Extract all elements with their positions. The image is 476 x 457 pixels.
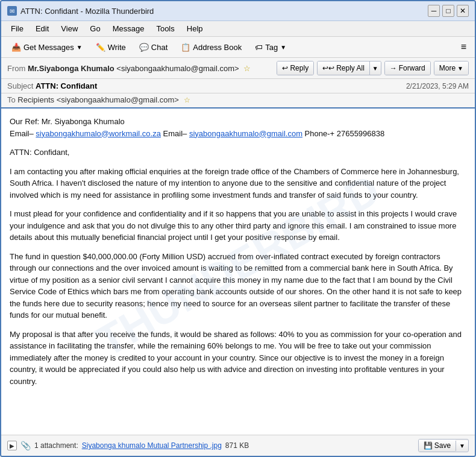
reply-all-button[interactable]: ↩↩ Reply All xyxy=(318,61,370,75)
email-para4: My proposal is that after you receive th… xyxy=(10,329,466,388)
reply-button-group: ↩ Reply xyxy=(277,61,314,75)
write-button[interactable]: ✏️ Write xyxy=(90,40,131,55)
more-button-group: More ▼ xyxy=(434,61,469,75)
reply-all-button-group: ↩↩ Reply All ▼ xyxy=(317,61,381,75)
tag-label: Tag xyxy=(265,43,278,52)
reply-all-dropdown[interactable]: ▼ xyxy=(370,61,381,75)
email-para2: I must plead for your confidence and con… xyxy=(10,208,466,244)
get-messages-icon: 📥 xyxy=(11,43,21,52)
forward-label: Forward xyxy=(399,64,425,72)
email-ref-line: Our Ref: Mr. Siyabonga Khumalo Email– si… xyxy=(10,116,466,139)
forward-icon: → xyxy=(390,64,397,72)
reply-label: Reply xyxy=(290,64,308,72)
get-messages-label: Get Messages xyxy=(23,43,74,52)
save-icon: 💾 xyxy=(424,441,433,450)
to-bar: To Recipients <siyabongaakhumalo@gmail.c… xyxy=(1,93,475,109)
attachment-size: 871 KB xyxy=(225,441,249,450)
write-label: Write xyxy=(108,43,126,52)
attachment-left: ▶ 📎 1 attachment: Siyabonga khumalo Mutu… xyxy=(7,441,249,450)
more-label: More xyxy=(439,64,456,72)
phone-text: Phone-+ 27655996838 xyxy=(302,129,384,138)
toolbar-overflow-icon[interactable]: ≡ xyxy=(457,39,470,55)
from-label: From xyxy=(7,64,28,73)
save-button[interactable]: 💾 Save xyxy=(419,440,456,452)
menu-bar: File Edit View Go Message Tools Help xyxy=(1,21,475,37)
to-value: Recipients <siyabongaakhumalo@gmail.com> xyxy=(17,95,179,104)
email-body: THUNDERBIRD Our Ref: Mr. Siyabonga Khuma… xyxy=(1,109,475,435)
menu-tools[interactable]: Tools xyxy=(151,23,179,34)
chat-button[interactable]: 💬 Chat xyxy=(134,40,173,55)
action-bar: From Mr.Siyabonga Khumalo <siyabongaakhu… xyxy=(1,58,475,79)
subject-bar: Subject ATTN: Confidant 2/21/2023, 5:29 … xyxy=(1,79,475,93)
chat-icon: 💬 xyxy=(139,43,149,52)
from-name: Mr.Siyabonga Khumalo xyxy=(28,64,114,73)
get-messages-button[interactable]: 📥 Get Messages ▼ xyxy=(6,40,88,55)
save-label: Save xyxy=(434,441,451,450)
more-button[interactable]: More ▼ xyxy=(434,61,468,75)
email-link1[interactable]: siyabongakhumalo@workmail.co.za xyxy=(36,129,161,138)
attachment-expand-button[interactable]: ▶ xyxy=(7,441,17,450)
menu-go[interactable]: Go xyxy=(85,23,105,34)
address-book-icon: 📋 xyxy=(181,43,190,52)
more-dropdown-icon: ▼ xyxy=(457,65,463,72)
forward-button[interactable]: → Forward xyxy=(385,61,430,75)
attachment-filename[interactable]: Siyabonga khumalo Mutual Partnership .jp… xyxy=(82,441,222,450)
reply-all-label: Reply All xyxy=(336,64,365,72)
email-para1: I am contacting you after making officia… xyxy=(10,166,466,201)
subject-field: Subject ATTN: Confidant xyxy=(7,81,97,90)
menu-help[interactable]: Help xyxy=(182,23,208,34)
reply-all-icon: ↩↩ xyxy=(322,64,334,72)
star-icon[interactable]: ☆ xyxy=(243,64,251,73)
chat-label: Chat xyxy=(151,43,168,52)
subject-label: Subject xyxy=(7,81,36,90)
save-dropdown-button[interactable]: ▼ xyxy=(456,441,468,451)
title-bar-controls: ─ □ ✕ xyxy=(428,5,469,17)
close-button[interactable]: ✕ xyxy=(457,5,469,17)
menu-edit[interactable]: Edit xyxy=(31,23,54,34)
paperclip-icon: 📎 xyxy=(20,441,31,450)
email-para3: The fund in question $40,000,000.00 (For… xyxy=(10,251,466,321)
title-bar-left: ✉ ATTN: Confidant - Mozilla Thunderbird xyxy=(7,6,154,16)
tag-icon: 🏷 xyxy=(255,43,263,52)
email-contact-line: Email– siyabongakhumalo@workmail.co.za E… xyxy=(10,128,466,140)
get-messages-dropdown-icon[interactable]: ▼ xyxy=(77,44,83,51)
tag-dropdown-icon[interactable]: ▼ xyxy=(280,44,286,51)
reply-icon: ↩ xyxy=(282,64,288,72)
tag-button[interactable]: 🏷 Tag ▼ xyxy=(249,40,292,55)
attachment-bar: ▶ 📎 1 attachment: Siyabonga khumalo Mutu… xyxy=(1,435,475,456)
ref-line: Our Ref: Mr. Siyabonga Khumalo xyxy=(10,116,466,128)
menu-file[interactable]: File xyxy=(6,23,28,34)
maximize-button[interactable]: □ xyxy=(442,5,454,17)
forward-button-group: → Forward xyxy=(384,61,431,75)
menu-view[interactable]: View xyxy=(56,23,83,34)
main-window: ✉ ATTN: Confidant - Mozilla Thunderbird … xyxy=(0,0,476,457)
address-book-label: Address Book xyxy=(193,43,242,52)
save-button-group: 💾 Save ▼ xyxy=(418,439,469,452)
from-info: From Mr.Siyabonga Khumalo <siyabongaakhu… xyxy=(7,64,274,73)
to-star-icon[interactable]: ☆ xyxy=(184,96,190,104)
email-greeting: ATTN: Confidant, xyxy=(10,147,466,159)
attachment-count: 1 attachment: xyxy=(34,441,78,450)
reply-button[interactable]: ↩ Reply xyxy=(277,61,313,75)
action-buttons: ↩ Reply ↩↩ Reply All ▼ → Forward Mor xyxy=(277,61,469,75)
write-icon: ✏️ xyxy=(96,43,105,52)
email-date: 2/21/2023, 5:29 AM xyxy=(406,82,469,90)
address-book-button[interactable]: 📋 Address Book xyxy=(175,40,247,55)
minimize-button[interactable]: ─ xyxy=(428,5,440,17)
subject-value: ATTN: Confidant xyxy=(36,81,97,90)
email-prefix1: Email– xyxy=(10,129,36,138)
email-mid: Email– xyxy=(161,129,189,138)
email-link2[interactable]: siyabongaakhumalo@gmail.com xyxy=(189,129,302,138)
title-bar: ✉ ATTN: Confidant - Mozilla Thunderbird … xyxy=(1,1,475,21)
toolbar: 📥 Get Messages ▼ ✏️ Write 💬 Chat 📋 Addre… xyxy=(1,37,475,58)
from-email: <siyabongaakhumalo@gmail.com> xyxy=(116,64,239,73)
window-title: ATTN: Confidant - Mozilla Thunderbird xyxy=(20,7,154,16)
app-icon: ✉ xyxy=(7,6,17,16)
to-label: To xyxy=(7,95,17,104)
menu-message[interactable]: Message xyxy=(108,23,149,34)
